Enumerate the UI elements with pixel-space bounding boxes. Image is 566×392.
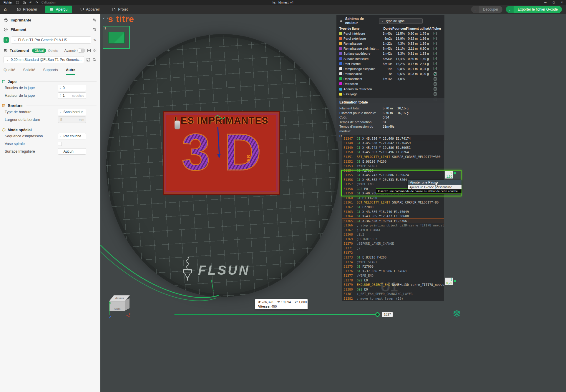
line-type-row: Remplissage1m22s4,3%0,53 m1,59 g✓ <box>336 41 444 46</box>
line-type-row: Paroi extérieure6m2s18,9%0,62 m1,86 g✓ <box>336 36 444 41</box>
gcode-line[interactable]: 51375G1 F27000 <box>342 264 444 269</box>
layer-slider-bottom-handle[interactable] <box>454 280 456 282</box>
gcode-line[interactable]: 51353;WIPE_START <box>342 164 444 168</box>
process-preset-select[interactable]: ⌄ 0.20mm Standard @FLSun T1 Pro Generic.… <box>4 56 84 63</box>
collapse-panel-icon[interactable] <box>339 19 343 23</box>
gcode-line[interactable]: 51347G1 X-45.556 Y-21.669 E1.74174 <box>342 136 444 141</box>
redo-icon[interactable]: ↷ <box>35 1 38 4</box>
plate-thumbnail[interactable]: 1 <box>103 26 130 49</box>
gcode-line[interactable]: 51372 <box>342 251 444 255</box>
gcode-line[interactable]: 51376G1 X-37.036 Y18.986 E.67661 <box>342 269 444 273</box>
cube-front-face[interactable]: Avant <box>109 301 125 311</box>
process-grid-icon[interactable] <box>93 49 97 52</box>
advanced-toggle[interactable] <box>77 49 85 53</box>
orientation-cube[interactable]: dessus Avant x <box>108 294 132 319</box>
gcode-line[interactable]: 51351SET_VELOCITY_LIMIT SQUARE_CORNER_VE… <box>342 154 444 159</box>
gcode-line[interactable]: 51367;LAYER_CHANGE <box>342 228 444 232</box>
tab-preparer[interactable]: Préparer <box>12 6 42 13</box>
gcode-line[interactable]: 51370;BEFORE_LAYER_CHANGE <box>342 241 444 246</box>
fuzzy-skin-select[interactable]: ⌄ Aucun <box>58 148 86 155</box>
visibility-checkbox[interactable]: ✓ <box>434 47 437 50</box>
gcode-line[interactable]: 51369;HEIGHT:0.2 <box>342 237 444 241</box>
gcode-line[interactable]: 51362G1 F27000 <box>342 205 444 209</box>
menu-fichier[interactable]: Fichier <box>4 1 12 4</box>
save-icon[interactable] <box>23 1 26 4</box>
visibility-checkbox[interactable]: ✓ <box>434 42 437 45</box>
visibility-checkbox[interactable] <box>434 77 437 81</box>
global-pill[interactable]: Global <box>32 49 46 53</box>
subtab-qualite[interactable]: Qualité <box>4 68 15 75</box>
skirt-loops-input[interactable]: ▴▾ 0 <box>58 85 86 91</box>
gcode-line[interactable]: 51377;WIPE_END <box>342 273 444 278</box>
close-button[interactable]: ✕ <box>558 0 566 5</box>
tab-apercu[interactable]: Aperçu <box>45 6 72 13</box>
move-slider-track[interactable] <box>174 314 380 315</box>
move-slider-handle[interactable] <box>375 312 380 317</box>
visibility-checkbox[interactable] <box>434 82 437 86</box>
slice-dropdown-icon[interactable]: ⌄ <box>471 6 479 13</box>
visibility-checkbox[interactable]: ✓ <box>434 32 437 35</box>
gcode-line[interactable]: 51361SET_VELOCITY_LIMIT SQUARE_CORNER_VE… <box>342 200 444 205</box>
gcode-line[interactable]: 51348G1 X-45.638 Y-21.042 E1.76459 <box>342 141 444 146</box>
printer-section-row[interactable]: Imprimante <box>0 16 100 24</box>
printed-object[interactable]: LES IMPRIMANTES 3 D .FR <box>163 111 280 195</box>
visibility-checkbox[interactable] <box>434 87 437 91</box>
viewport-3d[interactable]: s titre ‹ › 1 LES IMPRIMANTES 3 D .FR F <box>100 14 566 392</box>
view-list-icon[interactable] <box>16 1 19 4</box>
printer-settings-icon[interactable] <box>92 18 97 22</box>
menu-calibration[interactable]: Calibration <box>42 1 56 4</box>
filament-preset-select[interactable]: ⌄ FLSun T1 Pro Generic PLA-HS <box>11 36 91 44</box>
gcode-line[interactable]: 51352G1 E.98196 F4200 <box>342 159 444 164</box>
skirt-height-input[interactable]: ▴▾ 1 couches <box>58 92 86 99</box>
visibility-checkbox[interactable]: ✓ <box>434 67 437 70</box>
export-dropdown-icon[interactable]: ⌄ <box>506 6 514 13</box>
subtab-autre[interactable]: Autre <box>66 68 76 75</box>
home-tab[interactable]: ⌂ <box>0 7 11 12</box>
gcode-line[interactable]: 51382; move to next layer (10) <box>342 296 444 301</box>
visibility-checkbox[interactable]: ✓ <box>434 52 437 55</box>
maximize-button[interactable]: ▢ <box>550 0 558 5</box>
gcode-line[interactable]: 51373G1 E.83216 F4200 <box>342 255 444 260</box>
save-preset-icon[interactable] <box>86 58 90 62</box>
skirt-height-unit: couches <box>72 94 86 97</box>
print-sequence-select[interactable]: ⌄ Par couche <box>58 133 86 139</box>
export-button-label: Exporter le fichier G-code <box>514 6 562 13</box>
gcode-line[interactable]: 51363G1 X-43.585 Y16.746 E1.15049 <box>342 209 444 214</box>
gcode-line[interactable]: 51371;2 <box>342 246 444 251</box>
process-list-icon[interactable] <box>87 49 91 52</box>
tab-appareil[interactable]: Appareil <box>75 6 104 13</box>
cube-side-face[interactable] <box>125 298 130 311</box>
subtab-supports[interactable]: Supports <box>43 68 58 75</box>
edit-filament-icon[interactable]: ✎ <box>93 38 97 42</box>
minimize-button[interactable]: — <box>541 0 550 5</box>
layers-view-icon[interactable] <box>453 310 461 317</box>
visibility-checkbox[interactable]: ✓ <box>434 57 437 60</box>
gcode-line[interactable]: 51374;WIPE_START <box>342 260 444 264</box>
line-type-percent: 0,5% <box>392 72 405 76</box>
visibility-checkbox[interactable] <box>434 92 437 96</box>
gcode-line[interactable]: 51366; stop printing object Li3D-carre T… <box>342 223 444 228</box>
brim-type-select[interactable]: ⌄ Sans bordur... <box>58 109 86 115</box>
filament-section-row[interactable]: Filament <box>0 26 100 33</box>
visibility-checkbox[interactable]: ✓ <box>434 62 437 65</box>
gcode-line[interactable]: 51365G1 X-36.328 Y19.694 E1.67661 <box>342 218 444 223</box>
export-gcode-button[interactable]: ⌄ Exporter le fichier G-code <box>506 6 562 13</box>
gcode-line[interactable]: 51364G1 X-43.585 Y12.437 E1.30608 <box>342 214 444 218</box>
gcode-line[interactable]: 51349G1 X-45.742 Y-19.886 E1.80651 <box>342 145 444 150</box>
undo-icon[interactable]: ↶ <box>29 1 32 4</box>
visibility-checkbox[interactable]: ✓ <box>434 37 437 40</box>
objects-toggle-label[interactable]: Objets <box>48 49 58 52</box>
next-plate-icon[interactable]: › <box>107 16 108 20</box>
gcode-line[interactable]: 51368;Z:2 <box>342 232 444 237</box>
filament-settings-icon[interactable] <box>92 27 97 31</box>
view-type-dropdown[interactable]: ⌄ Type de ligne <box>379 18 423 24</box>
slice-button[interactable]: ⌄ Découper <box>471 6 502 13</box>
prev-plate-icon[interactable]: ‹ <box>103 16 104 20</box>
subtab-solidite[interactable]: Solidité <box>23 68 35 75</box>
visibility-checkbox[interactable]: ✓ <box>434 72 437 76</box>
tab-projet[interactable]: Projet <box>107 6 132 13</box>
search-preset-icon[interactable] <box>92 58 97 62</box>
gcode-line[interactable]: 51350G1 X-45.352 Y-19.496 E1.8264 <box>342 150 444 155</box>
spiral-vase-checkbox[interactable] <box>58 142 62 146</box>
gcode-viewer-panel[interactable]: 51347G1 X-45.556 Y-21.669 E1.7417451348G… <box>342 135 444 301</box>
